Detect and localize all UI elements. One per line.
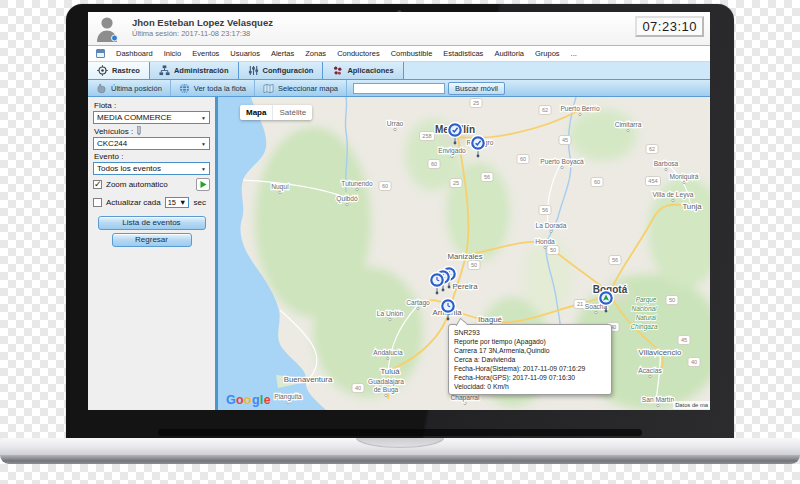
tooltip-line: Cerca a: Davivienda — [454, 355, 606, 364]
road-badge: 50 — [547, 246, 559, 255]
app-screen: Jhon Esteban Lopez Velasquez Última sesi… — [88, 12, 710, 410]
road-badge: 40 — [352, 384, 364, 393]
map-label: Nacional — [632, 305, 657, 312]
view-fleet-button[interactable]: Ver toda la flota — [171, 80, 255, 96]
go-button[interactable] — [196, 178, 210, 191]
chevron-down-icon: ▼ — [201, 141, 206, 147]
map-label: Tuluá — [380, 367, 400, 376]
last-position-button[interactable]: Última posición — [88, 80, 171, 96]
svg-text:62: 62 — [649, 146, 655, 152]
sliders-icon — [248, 65, 259, 76]
event-value: Todos los eventos — [97, 164, 161, 173]
map-label: Pianguita — [274, 393, 302, 401]
vehicle-info-tooltip: SNR293Reporte por tiempo (Apagado)Carrer… — [448, 324, 612, 395]
road-badge: 60 — [428, 160, 440, 169]
map-canvas[interactable]: Mapa Satélite — [218, 97, 710, 410]
menu-item-auditoria[interactable]: Auditoria — [494, 49, 524, 58]
svg-text:60: 60 — [594, 179, 600, 185]
search-vehicle-input[interactable] — [353, 83, 445, 94]
menu-item-conductores[interactable]: Conductores — [337, 49, 380, 58]
map-label: Acacías — [638, 367, 662, 374]
map-label: Parque — [636, 296, 657, 304]
map-label: Tutunendo — [341, 180, 373, 187]
svg-text:50: 50 — [550, 247, 556, 253]
svg-text:40: 40 — [691, 359, 697, 365]
tracking-sidebar: Flota : MEDIA COMMERCE ▼ Vehículos : CKC… — [88, 97, 218, 410]
tab-aplicaciones[interactable]: Aplicaciones — [323, 62, 403, 79]
map-label: Manizales — [447, 252, 482, 261]
back-button[interactable]: Regresar — [112, 233, 192, 247]
tab-configuracion[interactable]: Configuración — [239, 62, 324, 79]
menu-item--[interactable]: ... — [571, 49, 577, 58]
map-label: Chaparral — [451, 394, 480, 402]
svg-text:56: 56 — [542, 207, 548, 213]
menu-item-inicio[interactable]: Inicio — [164, 49, 182, 58]
auto-zoom-checkbox[interactable] — [93, 180, 102, 189]
tooltip-line: Velocidad: 0 Km/h — [454, 382, 606, 391]
road-badge: 25 — [470, 99, 482, 108]
events-list-button[interactable]: Lista de eventos — [98, 216, 206, 230]
map-label: Villa de Leyva — [653, 191, 694, 199]
road-badge: 45 — [678, 336, 690, 345]
fleet-label: Flota : — [94, 101, 210, 110]
svg-text:21: 21 — [577, 301, 583, 307]
svg-text:60: 60 — [520, 156, 526, 162]
map-type-satellite-button[interactable]: Satélite — [272, 105, 312, 120]
tab-rastreo[interactable]: Rastreo — [88, 62, 150, 79]
refresh-value: 15 — [168, 198, 176, 207]
road-badge: 56 — [539, 206, 551, 215]
road-badge: 56 — [609, 256, 621, 265]
select-map-label: Seleccionar mapa — [278, 84, 338, 93]
map-label: Pereira — [452, 282, 478, 291]
auto-zoom-row: Zoom automático — [93, 180, 210, 189]
map-label: Puerto Berrío — [560, 105, 600, 112]
last-position-label: Última posición — [111, 84, 162, 93]
event-select[interactable]: Todos los eventos ▼ — [93, 162, 210, 175]
map-label: Urrao — [387, 120, 404, 127]
map-type-map-button[interactable]: Mapa — [240, 105, 272, 120]
menu-item-dashboard[interactable]: Dashboard — [116, 49, 153, 58]
menu-item-eventos[interactable]: Eventos — [192, 49, 219, 58]
svg-text:25: 25 — [473, 100, 479, 106]
tab-administracion[interactable]: Administración — [150, 62, 239, 79]
road-badge: 60 — [591, 178, 603, 187]
menu-item-alertas[interactable]: Alertas — [271, 49, 294, 58]
map-label: Buenaventura — [284, 375, 333, 384]
refresh-interval-select[interactable]: 15 ▼ — [165, 197, 190, 208]
vehicle-select[interactable]: CKC244 ▼ — [93, 137, 210, 150]
svg-text:45: 45 — [681, 337, 687, 343]
svg-text:50: 50 — [669, 297, 675, 303]
map-label: Cimitarra — [615, 121, 642, 128]
map-label: Chingaza — [630, 323, 657, 331]
road-badge: 454 — [646, 177, 661, 186]
org-chart-icon — [159, 65, 170, 76]
menu-bar: DashboardInicioEventosUsuariosAlertasZon… — [88, 46, 710, 62]
road-badge: 40 — [688, 358, 700, 367]
globe-icon — [179, 83, 190, 94]
road-badge: 50 — [666, 296, 678, 305]
tooltip-line: Fecha-Hora(Sistema): 2017-11-09 07:16:29 — [454, 364, 606, 373]
menu-item-zonas[interactable]: Zonas — [305, 49, 326, 58]
menu-item-estadisticas[interactable]: Estadisticas — [443, 49, 483, 58]
fleet-select[interactable]: MEDIA COMMERCE ▼ — [93, 111, 210, 124]
svg-text:60: 60 — [382, 183, 388, 189]
map-label: La Dorada — [536, 222, 567, 229]
map-label: Envigado — [438, 147, 466, 155]
menu-item-usuarios[interactable]: Usuarios — [230, 49, 260, 58]
road-badge: 25 — [450, 179, 462, 188]
vehicles-label-text: Vehículos : — [94, 127, 133, 136]
svg-text:40: 40 — [355, 385, 361, 391]
map-label: de Buga — [374, 386, 399, 394]
road-badge: 50 — [468, 261, 480, 270]
select-map-button[interactable]: Seleccionar mapa — [255, 80, 347, 96]
svg-text:454: 454 — [648, 178, 657, 184]
refresh-checkbox[interactable] — [93, 198, 102, 207]
fleet-value: MEDIA COMMERCE — [97, 113, 172, 122]
menu-item-grupos[interactable]: Grupos — [535, 49, 560, 58]
tooltip-line: Carrera 17 3N,Armenia,Quindio — [454, 346, 606, 355]
laptop-base-edge — [0, 455, 800, 464]
user-avatar — [95, 15, 119, 42]
menu-item-combustible[interactable]: Combustible — [391, 49, 433, 58]
svg-text:62: 62 — [542, 107, 548, 113]
search-vehicle-button[interactable]: Buscar móvil — [448, 82, 505, 95]
